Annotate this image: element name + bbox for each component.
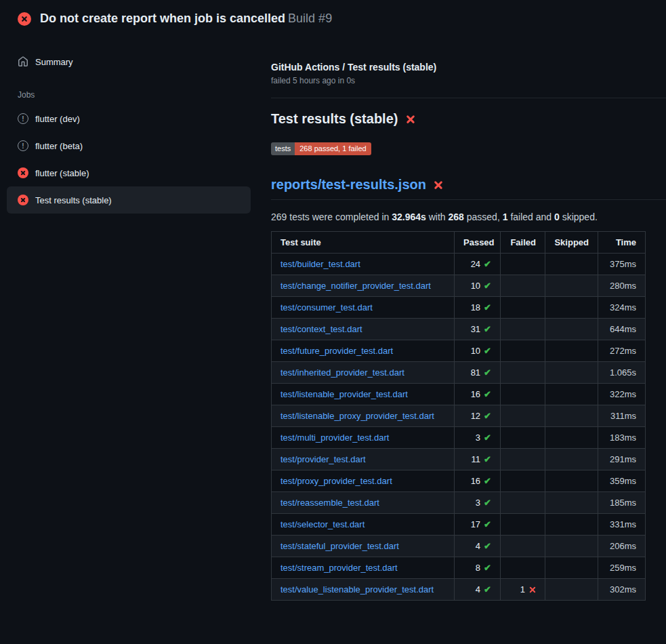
passed-count: 12 [471, 411, 480, 421]
summary-failed-count: 1 [503, 212, 508, 222]
test-suite-link[interactable]: test/change_notifier_provider_test.dart [280, 281, 431, 291]
x-circle-icon [18, 195, 28, 205]
test-suite-link[interactable]: test/listenable_provider_test.dart [280, 389, 408, 399]
table-row: test/change_notifier_provider_test.dart1… [272, 275, 646, 297]
test-suite-link[interactable]: test/proxy_provider_test.dart [280, 476, 392, 486]
report-heading: reports/test-results.json [271, 177, 666, 200]
failed-cell [501, 340, 545, 362]
test-suite-link[interactable]: test/stream_provider_test.dart [280, 563, 398, 573]
x-icon [405, 114, 415, 124]
test-summary-line: 269 tests were completed in 32.964s with… [271, 212, 666, 222]
badge-label: tests [271, 142, 295, 155]
passed-count: 24 [471, 259, 480, 269]
suite-cell: test/value_listenable_provider_test.dart [272, 579, 455, 601]
table-row: test/consumer_test.dart18✔324ms [272, 297, 646, 319]
test-suite-link[interactable]: test/multi_provider_test.dart [280, 432, 389, 443]
x-icon [528, 586, 536, 593]
table-row: test/listenable_provider_test.dart16✔322… [272, 384, 646, 405]
failed-cell [501, 449, 545, 470]
time-cell: 359ms [598, 470, 646, 492]
report-file-link[interactable]: reports/test-results.json [271, 177, 426, 193]
sidebar-item-label: flutter (beta) [35, 141, 83, 151]
main-content: GitHub Actions / Test results (stable) f… [257, 36, 666, 614]
table-row: test/proxy_provider_test.dart16✔359ms [272, 470, 646, 492]
failed-cell [501, 384, 545, 405]
test-suite-link[interactable]: test/future_provider_test.dart [280, 346, 393, 356]
check-icon: ✔ [484, 302, 491, 313]
failed-cell [501, 297, 545, 319]
check-icon: ✔ [484, 346, 491, 356]
passed-count: 31 [471, 324, 480, 334]
table-row: test/multi_provider_test.dart3✔183ms [272, 427, 646, 449]
table-row: test/reassemble_test.dart3✔185ms [272, 492, 646, 514]
table-row: test/selector_test.dart17✔331ms [272, 514, 646, 536]
summary-text: failed and [508, 212, 555, 222]
check-icon: ✔ [484, 519, 491, 529]
check-icon: ✔ [484, 563, 491, 573]
time-cell: 322ms [598, 384, 646, 405]
divider [271, 98, 666, 98]
test-suite-link[interactable]: test/provider_test.dart [280, 454, 366, 464]
table-header: Test suite Passed Failed Skipped Time [272, 232, 646, 254]
check-icon: ✔ [484, 541, 491, 551]
suite-cell: test/stateful_provider_test.dart [272, 536, 455, 557]
time-cell: 331ms [598, 514, 646, 536]
sidebar-item-summary[interactable]: Summary [7, 48, 251, 75]
build-number: Build #9 [288, 12, 332, 25]
skipped-cell [545, 297, 598, 319]
failed-cell [501, 275, 545, 297]
test-suite-link[interactable]: test/consumer_test.dart [280, 302, 373, 313]
test-suite-link[interactable]: test/reassemble_test.dart [280, 498, 379, 508]
skipped-cell [545, 492, 598, 514]
sidebar-item-flutter-dev[interactable]: flutter (dev) [7, 105, 251, 132]
check-icon: ✔ [484, 476, 491, 486]
x-circle-icon [18, 12, 31, 26]
passed-cell: 11✔ [455, 449, 501, 470]
passed-cell: 18✔ [455, 297, 501, 319]
passed-cell: 24✔ [455, 254, 501, 275]
test-suite-link[interactable]: test/selector_test.dart [280, 519, 365, 529]
passed-count: 81 [471, 367, 480, 378]
skipped-cell [545, 275, 598, 297]
sidebar-item-test-results-stable[interactable]: Test results (stable) [7, 186, 251, 214]
check-section-title: Test results (stable) [271, 111, 666, 127]
test-suite-link[interactable]: test/stateful_provider_test.dart [280, 541, 399, 551]
suite-cell: test/inherited_provider_test.dart [272, 362, 455, 384]
sidebar-item-flutter-beta[interactable]: flutter (beta) [7, 132, 251, 159]
x-icon [434, 180, 444, 190]
time-cell: 272ms [598, 340, 646, 362]
passed-count: 16 [471, 476, 480, 486]
time-cell: 291ms [598, 449, 646, 470]
suite-cell: test/builder_test.dart [272, 254, 455, 275]
check-icon: ✔ [484, 367, 491, 378]
passed-cell: 12✔ [455, 405, 501, 427]
time-cell: 302ms [598, 579, 646, 601]
time-cell: 1.065s [598, 362, 646, 384]
passed-count: 16 [471, 389, 480, 399]
passed-cell: 4✔ [455, 536, 501, 557]
suite-cell: test/listenable_proxy_provider_test.dart [272, 405, 455, 427]
run-status-line: failed 5 hours ago in 0s [271, 76, 666, 85]
suite-cell: test/provider_test.dart [272, 449, 455, 470]
sidebar-item-label: flutter (stable) [35, 168, 89, 178]
passed-count: 4 [476, 584, 480, 595]
passed-cell: 10✔ [455, 340, 501, 362]
failed-cell [501, 362, 545, 384]
passed-cell: 81✔ [455, 362, 501, 384]
summary-skipped-count: 0 [554, 212, 560, 222]
test-suite-link[interactable]: test/value_listenable_provider_test.dart [280, 584, 434, 595]
test-suite-link[interactable]: test/listenable_proxy_provider_test.dart [280, 411, 434, 421]
test-suite-link[interactable]: test/builder_test.dart [280, 259, 360, 269]
time-cell: 375ms [598, 254, 646, 275]
col-header-skipped: Skipped [545, 232, 598, 254]
col-header-passed: Passed [455, 232, 501, 254]
sidebar-item-flutter-stable[interactable]: flutter (stable) [7, 159, 251, 186]
table-row: test/builder_test.dart24✔375ms [272, 254, 646, 275]
passed-cell: 10✔ [455, 275, 501, 297]
table-header-row: Test suite Passed Failed Skipped Time [272, 232, 646, 254]
badge-value: 268 passed, 1 failed [295, 142, 371, 155]
skipped-cell [545, 536, 598, 557]
test-suite-link[interactable]: test/context_test.dart [280, 324, 362, 334]
test-suite-link[interactable]: test/inherited_provider_test.dart [280, 367, 404, 378]
passed-cell: 8✔ [455, 557, 501, 579]
